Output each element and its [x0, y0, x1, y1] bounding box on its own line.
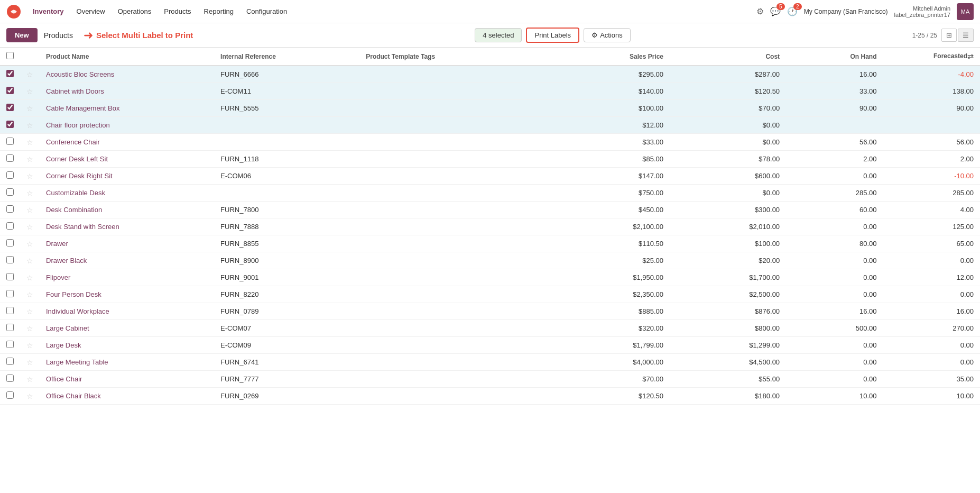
favorite-star[interactable]: ☆ [26, 172, 33, 180]
favorite-star[interactable]: ☆ [26, 87, 33, 96]
cell-product-name[interactable]: Office Chair [40, 371, 214, 388]
cell-cost: $287.00 [670, 66, 786, 83]
row-checkbox[interactable] [6, 87, 14, 94]
cell-on-hand: 500.00 [786, 320, 883, 337]
selected-count-button[interactable]: 4 selected [475, 28, 522, 42]
activity-icon-btn[interactable]: 🕐 2 [787, 6, 798, 16]
favorite-star[interactable]: ☆ [26, 70, 33, 79]
cell-product-name[interactable]: Individual Workplace [40, 303, 214, 320]
row-checkbox[interactable] [6, 375, 14, 382]
nav-inventory[interactable]: Inventory [27, 4, 69, 19]
cell-product-name[interactable]: Office Chair Black [40, 388, 214, 405]
nav-overview[interactable]: Overview [71, 4, 110, 19]
favorite-star[interactable]: ☆ [26, 273, 33, 282]
favorite-star[interactable]: ☆ [26, 341, 33, 350]
cell-forecasted: -10.00 [883, 168, 981, 185]
table-row: ☆ Acoustic Bloc Screens FURN_6666 $295.0… [0, 66, 980, 83]
favorite-star[interactable]: ☆ [26, 121, 33, 130]
user-avatar[interactable]: MA [957, 3, 974, 20]
row-checkbox[interactable] [6, 222, 14, 230]
settings-icon-btn[interactable]: ⚙ [756, 6, 764, 16]
cell-sales-price: $4,000.00 [553, 354, 670, 371]
table-row: ☆ Flipover FURN_9001 $1,950.00 $1,700.00… [0, 269, 980, 286]
table-row: ☆ Large Meeting Table FURN_6741 $4,000.0… [0, 354, 980, 371]
favorite-star[interactable]: ☆ [26, 392, 33, 400]
cell-product-name[interactable]: Large Cabinet [40, 320, 214, 337]
actions-button[interactable]: ⚙ Actions [584, 28, 631, 42]
cell-product-name[interactable]: Cable Management Box [40, 100, 214, 117]
print-labels-button[interactable]: Print Labels [526, 28, 579, 43]
kanban-view-button[interactable]: ⊞ [941, 29, 957, 42]
cell-product-name[interactable]: Drawer Black [40, 252, 214, 269]
col-header-product-name: Product Name [40, 48, 214, 66]
list-view-button[interactable]: ☰ [958, 29, 974, 42]
cell-on-hand: 16.00 [786, 66, 883, 83]
favorite-star[interactable]: ☆ [26, 206, 33, 214]
nav-products[interactable]: Products [159, 4, 196, 19]
favorite-star[interactable]: ☆ [26, 155, 33, 163]
page-toolbar: New Products ➜ Select Multi Label to Pri… [0, 23, 980, 48]
favorite-star[interactable]: ☆ [26, 307, 33, 316]
chat-icon-btn[interactable]: 💬 5 [770, 6, 781, 16]
cell-product-name[interactable]: Corner Desk Right Sit [40, 168, 214, 185]
cell-tags [359, 235, 553, 252]
cell-product-name[interactable]: Large Desk [40, 337, 214, 354]
cell-product-name[interactable]: Corner Desk Left Sit [40, 151, 214, 168]
row-checkbox[interactable] [6, 391, 14, 399]
nav-configuration[interactable]: Configuration [241, 4, 292, 19]
cell-product-name[interactable]: Cabinet with Doors [40, 83, 214, 100]
favorite-star[interactable]: ☆ [26, 257, 33, 265]
favorite-star[interactable]: ☆ [26, 104, 33, 113]
row-checkbox[interactable] [6, 324, 14, 331]
nav-reporting[interactable]: Reporting [199, 4, 239, 19]
favorite-star[interactable]: ☆ [26, 375, 33, 384]
cell-product-name[interactable]: Acoustic Bloc Screens [40, 66, 214, 83]
cell-forecasted: 270.00 [883, 320, 981, 337]
cell-product-name[interactable]: Flipover [40, 269, 214, 286]
cell-product-name[interactable]: Desk Stand with Screen [40, 218, 214, 235]
select-all-checkbox[interactable] [6, 52, 14, 59]
row-checkbox[interactable] [6, 290, 14, 297]
row-checkbox[interactable] [6, 205, 14, 213]
table-row: ☆ Corner Desk Left Sit FURN_1118 $85.00 … [0, 151, 980, 168]
favorite-star[interactable]: ☆ [26, 358, 33, 367]
cell-product-name[interactable]: Customizable Desk [40, 185, 214, 202]
row-checkbox[interactable] [6, 188, 14, 196]
row-checkbox[interactable] [6, 256, 14, 263]
row-checkbox[interactable] [6, 70, 14, 77]
toolbar-right: 1-25 / 25 ⊞ ☰ [912, 29, 974, 42]
row-checkbox[interactable] [6, 273, 14, 280]
cell-sales-price: $1,950.00 [553, 269, 670, 286]
favorite-star[interactable]: ☆ [26, 138, 33, 147]
row-checkbox[interactable] [6, 154, 14, 162]
cell-sales-price: $2,350.00 [553, 286, 670, 303]
cell-product-name[interactable]: Four Person Desk [40, 286, 214, 303]
cell-product-name[interactable]: Drawer [40, 235, 214, 252]
row-checkbox[interactable] [6, 104, 14, 111]
favorite-star[interactable]: ☆ [26, 290, 33, 299]
row-checkbox[interactable] [6, 171, 14, 179]
favorite-star[interactable]: ☆ [26, 324, 33, 333]
cell-product-name[interactable]: Desk Combination [40, 202, 214, 218]
cell-sales-price: $100.00 [553, 100, 670, 117]
reset-columns-icon[interactable]: ⇄ [967, 52, 974, 61]
favorite-star[interactable]: ☆ [26, 240, 33, 248]
cell-tags [359, 134, 553, 151]
row-checkbox[interactable] [6, 239, 14, 246]
row-checkbox[interactable] [6, 121, 14, 128]
row-checkbox[interactable] [6, 341, 14, 348]
new-button[interactable]: New [6, 28, 38, 42]
nav-operations[interactable]: Operations [113, 4, 157, 19]
cell-forecasted: 0.00 [883, 337, 981, 354]
favorite-star[interactable]: ☆ [26, 223, 33, 231]
col-header-on-hand: On Hand [786, 48, 883, 66]
toolbar-center: 4 selected Print Labels ⚙ Actions [475, 28, 631, 43]
row-checkbox[interactable] [6, 307, 14, 314]
favorite-star[interactable]: ☆ [26, 189, 33, 197]
cell-product-name[interactable]: Large Meeting Table [40, 354, 214, 371]
cell-product-name[interactable]: Conference Chair [40, 134, 214, 151]
row-checkbox[interactable] [6, 358, 14, 365]
row-checkbox[interactable] [6, 138, 14, 145]
app-logo[interactable] [6, 4, 21, 19]
cell-product-name[interactable]: Chair floor protection [40, 117, 214, 134]
